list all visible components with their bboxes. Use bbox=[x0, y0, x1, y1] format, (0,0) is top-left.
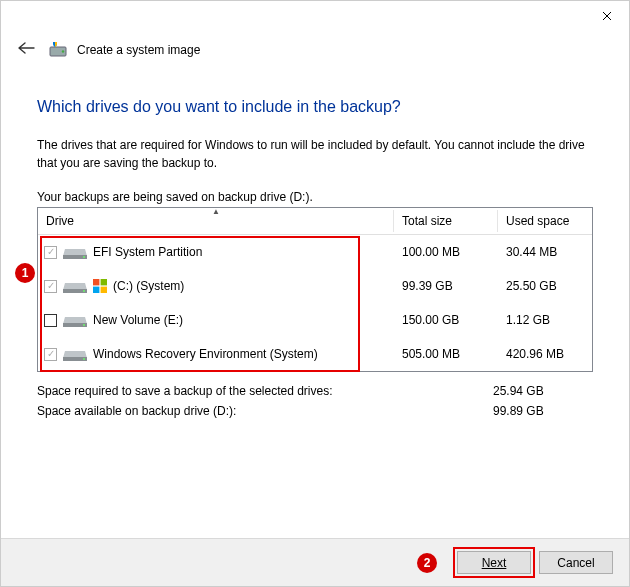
drive-icon bbox=[63, 277, 87, 295]
backup-target-label: Your backups are being saved on backup d… bbox=[37, 190, 593, 204]
svg-rect-6 bbox=[93, 279, 99, 285]
drive-icon bbox=[63, 345, 87, 363]
drive-checkbox: ✓ bbox=[44, 348, 57, 361]
drives-table: Drive ▲ Total size Used space ✓EFI Syste… bbox=[37, 207, 593, 372]
cell-drive: ✓EFI System Partition bbox=[38, 243, 394, 261]
cell-used-space: 420.96 MB bbox=[498, 347, 592, 361]
drive-icon bbox=[63, 311, 87, 329]
table-body: ✓EFI System Partition100.00 MB30.44 MB✓(… bbox=[38, 235, 592, 371]
header: Create a system image bbox=[1, 31, 629, 68]
drive-checkbox[interactable] bbox=[44, 314, 57, 327]
close-button[interactable] bbox=[584, 1, 629, 31]
cell-total-size: 150.00 GB bbox=[394, 313, 498, 327]
table-header: Drive ▲ Total size Used space bbox=[38, 208, 592, 235]
content-area: Which drives do you want to include in t… bbox=[1, 68, 629, 418]
annotation-badge-2: 2 bbox=[417, 553, 437, 573]
drive-name: Windows Recovery Environment (System) bbox=[93, 347, 318, 361]
svg-point-1 bbox=[62, 50, 64, 52]
cell-total-size: 505.00 MB bbox=[394, 347, 498, 361]
cell-drive: New Volume (E:) bbox=[38, 311, 394, 329]
drive-checkbox: ✓ bbox=[44, 280, 57, 293]
drive-name: EFI System Partition bbox=[93, 245, 202, 259]
page-heading: Which drives do you want to include in t… bbox=[37, 98, 593, 116]
table-row[interactable]: ✓EFI System Partition100.00 MB30.44 MB bbox=[38, 235, 592, 269]
space-required-row: Space required to save a backup of the s… bbox=[37, 384, 593, 398]
cell-total-size: 99.39 GB bbox=[394, 279, 498, 293]
cell-used-space: 25.50 GB bbox=[498, 279, 592, 293]
close-icon bbox=[602, 11, 612, 21]
cell-drive: ✓Windows Recovery Environment (System) bbox=[38, 345, 394, 363]
back-arrow-icon[interactable] bbox=[13, 39, 39, 60]
column-drive-label: Drive bbox=[46, 214, 74, 228]
space-available-value: 99.89 GB bbox=[493, 404, 593, 418]
svg-rect-8 bbox=[93, 287, 99, 293]
sort-indicator-icon: ▲ bbox=[212, 207, 220, 216]
svg-rect-9 bbox=[101, 287, 107, 293]
drive-name: (C:) (System) bbox=[113, 279, 184, 293]
drive-name: New Volume (E:) bbox=[93, 313, 183, 327]
svg-point-5 bbox=[83, 290, 85, 292]
windows-logo-icon bbox=[93, 279, 107, 293]
space-required-value: 25.94 GB bbox=[493, 384, 593, 398]
column-drive[interactable]: Drive ▲ bbox=[38, 208, 394, 234]
space-available-label: Space available on backup drive (D:): bbox=[37, 404, 493, 418]
column-total-size[interactable]: Total size bbox=[394, 208, 498, 234]
description-text: The drives that are required for Windows… bbox=[37, 136, 593, 172]
titlebar bbox=[1, 1, 629, 31]
space-available-row: Space available on backup drive (D:): 99… bbox=[37, 404, 593, 418]
table-row[interactable]: ✓Windows Recovery Environment (System)50… bbox=[38, 337, 592, 371]
table-row[interactable]: ✓(C:) (System)99.39 GB25.50 GB bbox=[38, 269, 592, 303]
cell-total-size: 100.00 MB bbox=[394, 245, 498, 259]
next-button-label: Next bbox=[482, 556, 507, 570]
cell-used-space: 1.12 GB bbox=[498, 313, 592, 327]
column-used-space[interactable]: Used space bbox=[498, 208, 592, 234]
svg-point-13 bbox=[83, 358, 85, 360]
dialog-footer: 2 Next Cancel bbox=[1, 538, 629, 586]
svg-point-3 bbox=[83, 256, 85, 258]
system-image-icon bbox=[49, 41, 67, 59]
cell-used-space: 30.44 MB bbox=[498, 245, 592, 259]
table-row[interactable]: New Volume (E:)150.00 GB1.12 GB bbox=[38, 303, 592, 337]
drive-checkbox: ✓ bbox=[44, 246, 57, 259]
cell-drive: ✓(C:) (System) bbox=[38, 277, 394, 295]
drive-icon bbox=[63, 243, 87, 261]
next-button[interactable]: Next bbox=[457, 551, 531, 574]
window-title: Create a system image bbox=[77, 43, 200, 57]
cancel-button[interactable]: Cancel bbox=[539, 551, 613, 574]
space-required-label: Space required to save a backup of the s… bbox=[37, 384, 493, 398]
svg-rect-7 bbox=[101, 279, 107, 285]
svg-point-11 bbox=[83, 324, 85, 326]
